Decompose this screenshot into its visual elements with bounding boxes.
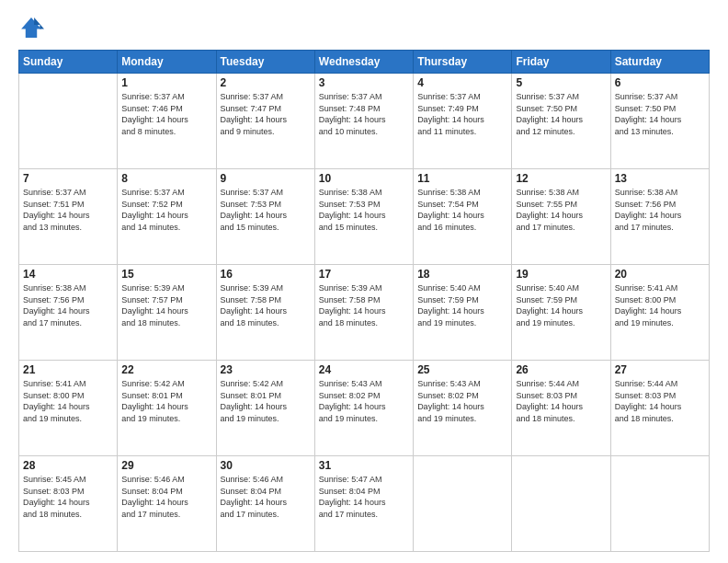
day-number: 17 — [319, 268, 409, 281]
day-info: Sunrise: 5:38 AM Sunset: 7:54 PM Dayligh… — [417, 187, 507, 233]
calendar-cell: 10Sunrise: 5:38 AM Sunset: 7:53 PM Dayli… — [314, 169, 413, 265]
day-info: Sunrise: 5:39 AM Sunset: 7:58 PM Dayligh… — [221, 282, 311, 328]
day-info: Sunrise: 5:37 AM Sunset: 7:51 PM Dayligh… — [23, 187, 113, 233]
calendar-cell — [19, 74, 118, 169]
calendar-cell: 26Sunrise: 5:44 AM Sunset: 8:03 PM Dayli… — [512, 361, 610, 456]
day-number: 8 — [121, 172, 211, 185]
day-info: Sunrise: 5:38 AM Sunset: 7:56 PM Dayligh… — [23, 282, 113, 328]
calendar-cell — [610, 456, 709, 552]
page: SundayMondayTuesdayWednesdayThursdayFrid… — [0, 0, 728, 563]
day-number: 18 — [417, 268, 507, 281]
calendar-week-row: 28Sunrise: 5:45 AM Sunset: 8:03 PM Dayli… — [19, 456, 710, 552]
day-info: Sunrise: 5:37 AM Sunset: 7:53 PM Dayligh… — [221, 187, 311, 233]
day-number: 24 — [319, 363, 409, 376]
day-info: Sunrise: 5:37 AM Sunset: 7:46 PM Dayligh… — [121, 91, 211, 137]
calendar-cell: 27Sunrise: 5:44 AM Sunset: 8:03 PM Dayli… — [610, 361, 709, 456]
calendar-week-row: 14Sunrise: 5:38 AM Sunset: 7:56 PM Dayli… — [19, 265, 710, 361]
weekday-header: Friday — [512, 51, 610, 74]
weekday-header: Tuesday — [216, 51, 314, 74]
day-info: Sunrise: 5:40 AM Sunset: 7:59 PM Dayligh… — [516, 282, 606, 328]
weekday-header: Saturday — [610, 51, 709, 74]
calendar-cell — [512, 456, 610, 552]
day-number: 26 — [516, 363, 606, 376]
day-info: Sunrise: 5:37 AM Sunset: 7:52 PM Dayligh… — [121, 187, 211, 233]
calendar-cell: 4Sunrise: 5:37 AM Sunset: 7:49 PM Daylig… — [414, 74, 512, 169]
calendar-cell: 11Sunrise: 5:38 AM Sunset: 7:54 PM Dayli… — [414, 169, 512, 265]
day-number: 23 — [221, 363, 311, 376]
calendar-cell: 9Sunrise: 5:37 AM Sunset: 7:53 PM Daylig… — [216, 169, 314, 265]
day-info: Sunrise: 5:46 AM Sunset: 8:04 PM Dayligh… — [121, 474, 211, 520]
day-info: Sunrise: 5:44 AM Sunset: 8:03 PM Dayligh… — [615, 378, 705, 424]
calendar-cell: 12Sunrise: 5:38 AM Sunset: 7:55 PM Dayli… — [512, 169, 610, 265]
calendar-cell: 28Sunrise: 5:45 AM Sunset: 8:03 PM Dayli… — [19, 456, 118, 552]
calendar-cell: 19Sunrise: 5:40 AM Sunset: 7:59 PM Dayli… — [512, 265, 610, 361]
day-number: 19 — [516, 268, 606, 281]
calendar-cell: 18Sunrise: 5:40 AM Sunset: 7:59 PM Dayli… — [414, 265, 512, 361]
logo-icon — [18, 15, 44, 40]
day-number: 20 — [615, 268, 705, 281]
day-info: Sunrise: 5:44 AM Sunset: 8:03 PM Dayligh… — [516, 378, 606, 424]
calendar-cell: 15Sunrise: 5:39 AM Sunset: 7:57 PM Dayli… — [118, 265, 216, 361]
calendar-header-row: SundayMondayTuesdayWednesdayThursdayFrid… — [19, 51, 710, 74]
calendar-cell: 30Sunrise: 5:46 AM Sunset: 8:04 PM Dayli… — [216, 456, 314, 552]
day-number: 9 — [221, 172, 311, 185]
weekday-header: Wednesday — [314, 51, 413, 74]
day-info: Sunrise: 5:37 AM Sunset: 7:48 PM Dayligh… — [319, 91, 409, 137]
day-info: Sunrise: 5:39 AM Sunset: 7:57 PM Dayligh… — [121, 282, 211, 328]
calendar-week-row: 7Sunrise: 5:37 AM Sunset: 7:51 PM Daylig… — [19, 169, 710, 265]
day-number: 27 — [615, 363, 705, 376]
day-info: Sunrise: 5:46 AM Sunset: 8:04 PM Dayligh… — [221, 474, 311, 520]
day-number: 5 — [516, 76, 606, 89]
calendar-cell: 5Sunrise: 5:37 AM Sunset: 7:50 PM Daylig… — [512, 74, 610, 169]
calendar-cell: 21Sunrise: 5:41 AM Sunset: 8:00 PM Dayli… — [19, 361, 118, 456]
calendar-cell: 7Sunrise: 5:37 AM Sunset: 7:51 PM Daylig… — [19, 169, 118, 265]
calendar-cell: 8Sunrise: 5:37 AM Sunset: 7:52 PM Daylig… — [118, 169, 216, 265]
day-number: 21 — [23, 363, 113, 376]
calendar-cell: 14Sunrise: 5:38 AM Sunset: 7:56 PM Dayli… — [19, 265, 118, 361]
calendar-cell: 20Sunrise: 5:41 AM Sunset: 8:00 PM Dayli… — [610, 265, 709, 361]
day-number: 15 — [121, 268, 211, 281]
day-info: Sunrise: 5:38 AM Sunset: 7:53 PM Dayligh… — [319, 187, 409, 233]
weekday-header: Sunday — [19, 51, 118, 74]
day-number: 4 — [417, 76, 507, 89]
header — [18, 15, 710, 40]
calendar-cell: 16Sunrise: 5:39 AM Sunset: 7:58 PM Dayli… — [216, 265, 314, 361]
day-number: 29 — [121, 459, 211, 472]
day-number: 1 — [121, 76, 211, 89]
svg-marker-0 — [21, 17, 41, 38]
day-number: 31 — [319, 459, 409, 472]
day-info: Sunrise: 5:40 AM Sunset: 7:59 PM Dayligh… — [417, 282, 507, 328]
day-number: 11 — [417, 172, 507, 185]
day-number: 14 — [23, 268, 113, 281]
day-info: Sunrise: 5:37 AM Sunset: 7:47 PM Dayligh… — [221, 91, 311, 137]
day-info: Sunrise: 5:42 AM Sunset: 8:01 PM Dayligh… — [121, 378, 211, 424]
day-info: Sunrise: 5:37 AM Sunset: 7:50 PM Dayligh… — [516, 91, 606, 137]
calendar-cell: 22Sunrise: 5:42 AM Sunset: 8:01 PM Dayli… — [118, 361, 216, 456]
calendar-cell: 6Sunrise: 5:37 AM Sunset: 7:50 PM Daylig… — [610, 74, 709, 169]
day-info: Sunrise: 5:38 AM Sunset: 7:55 PM Dayligh… — [516, 187, 606, 233]
calendar-week-row: 1Sunrise: 5:37 AM Sunset: 7:46 PM Daylig… — [19, 74, 710, 169]
day-info: Sunrise: 5:39 AM Sunset: 7:58 PM Dayligh… — [319, 282, 409, 328]
day-info: Sunrise: 5:38 AM Sunset: 7:56 PM Dayligh… — [615, 187, 705, 233]
day-number: 12 — [516, 172, 606, 185]
calendar-cell: 1Sunrise: 5:37 AM Sunset: 7:46 PM Daylig… — [118, 74, 216, 169]
calendar-week-row: 21Sunrise: 5:41 AM Sunset: 8:00 PM Dayli… — [19, 361, 710, 456]
calendar-cell — [414, 456, 512, 552]
day-number: 10 — [319, 172, 409, 185]
day-number: 13 — [615, 172, 705, 185]
calendar-cell: 17Sunrise: 5:39 AM Sunset: 7:58 PM Dayli… — [314, 265, 413, 361]
calendar-cell: 3Sunrise: 5:37 AM Sunset: 7:48 PM Daylig… — [314, 74, 413, 169]
day-number: 16 — [221, 268, 311, 281]
calendar-cell: 2Sunrise: 5:37 AM Sunset: 7:47 PM Daylig… — [216, 74, 314, 169]
day-info: Sunrise: 5:41 AM Sunset: 8:00 PM Dayligh… — [23, 378, 113, 424]
calendar-cell: 31Sunrise: 5:47 AM Sunset: 8:04 PM Dayli… — [314, 456, 413, 552]
day-info: Sunrise: 5:45 AM Sunset: 8:03 PM Dayligh… — [23, 474, 113, 520]
logo — [18, 15, 48, 40]
day-number: 28 — [23, 459, 113, 472]
day-info: Sunrise: 5:37 AM Sunset: 7:49 PM Dayligh… — [417, 91, 507, 137]
calendar-cell: 24Sunrise: 5:43 AM Sunset: 8:02 PM Dayli… — [314, 361, 413, 456]
weekday-header: Monday — [118, 51, 216, 74]
day-info: Sunrise: 5:41 AM Sunset: 8:00 PM Dayligh… — [615, 282, 705, 328]
day-number: 2 — [221, 76, 311, 89]
day-info: Sunrise: 5:42 AM Sunset: 8:01 PM Dayligh… — [221, 378, 311, 424]
